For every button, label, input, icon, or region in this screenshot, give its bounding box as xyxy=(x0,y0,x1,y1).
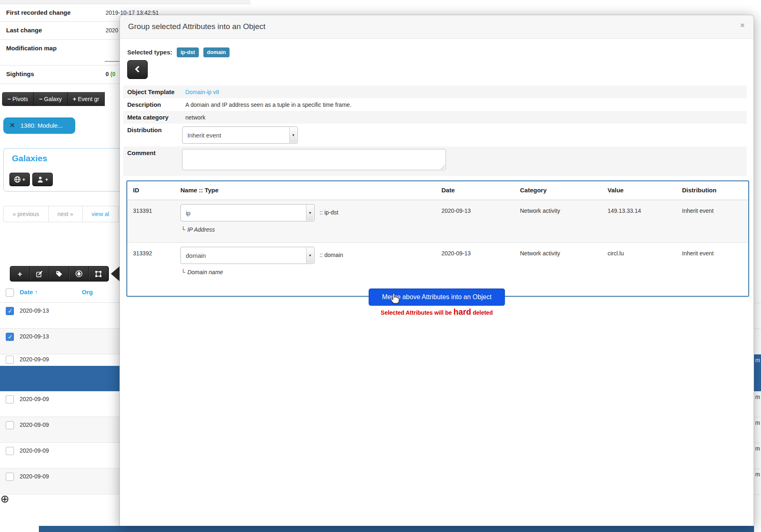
plus-icon: + xyxy=(18,270,22,278)
tab-galaxy[interactable]: −Galaxy xyxy=(34,92,68,106)
merge-row-ip: 313391 ip ▼ :: ip-dst └IP Address 2020-0… xyxy=(127,200,748,243)
info-value: network xyxy=(185,114,205,121)
add-local-galaxy-button[interactable]: + xyxy=(32,173,53,186)
truncated-cell-text: m xyxy=(755,419,760,426)
truncated-cell-text: m xyxy=(755,357,760,363)
attribute-date: 2020-09-09 xyxy=(20,447,49,454)
attribute-type-suffix: :: domain xyxy=(320,252,343,258)
attribute-date: 2020-09-09 xyxy=(20,396,49,402)
select-all-checkbox[interactable] xyxy=(6,289,14,297)
plus-icon: + xyxy=(73,96,76,102)
view-all-link[interactable]: view al xyxy=(82,206,119,222)
attribute-row[interactable]: 2020-09-13 xyxy=(0,329,119,354)
distribution-select-value: Inherit event xyxy=(187,132,221,139)
sort-up-icon: ↑ xyxy=(35,289,38,295)
row-checkbox-checked[interactable] xyxy=(6,333,14,341)
object-group-highlight xyxy=(0,366,119,391)
row-checkbox[interactable] xyxy=(6,356,14,364)
relation-select-value: ip xyxy=(186,210,191,216)
attribute-value: circl.lu xyxy=(608,250,624,257)
attributes-to-merge-table: ID Name :: Type Date Category Value Dist… xyxy=(126,180,749,297)
relation-description: └Domain name xyxy=(181,269,223,275)
globe-icon xyxy=(14,176,21,183)
date-column-header[interactable]: Date ↑ xyxy=(20,289,38,295)
type-badge-ip-dst: ip-dst xyxy=(177,47,198,57)
attribute-toolbar: + xyxy=(10,266,109,282)
distribution-select[interactable]: Inherit event ▼ xyxy=(182,126,298,144)
modal-header: Group selected Attributes into an Object… xyxy=(120,15,754,39)
attribute-row[interactable]: 2020-09-09 xyxy=(0,391,119,417)
tag-icon xyxy=(56,271,63,277)
meta-table-top-strip xyxy=(0,0,250,4)
attribute-row[interactable]: 2020-09-09 xyxy=(0,417,119,443)
add-attribute-button[interactable]: + xyxy=(10,266,30,281)
object-template-info: Object Template Domain-ip v8 Description… xyxy=(123,86,747,176)
chevron-down-icon: ▼ xyxy=(306,248,314,263)
info-label: Distribution xyxy=(127,126,162,133)
object-template-link[interactable]: Domain-ip v8 xyxy=(185,89,219,95)
info-label: Description xyxy=(127,101,161,108)
row-checkbox[interactable] xyxy=(6,421,14,429)
previous-page-button[interactable]: « previous xyxy=(3,206,49,222)
col-header-value: Value xyxy=(608,187,624,194)
sightings-value: 0 (0 xyxy=(106,71,115,77)
group-attributes-modal: Group selected Attributes into an Object… xyxy=(119,15,754,526)
tab-pivots[interactable]: −Pivots xyxy=(2,92,34,106)
galaxy-button[interactable] xyxy=(69,266,89,281)
sightings-green-count: (0 xyxy=(110,71,115,77)
meta-label: Last change xyxy=(6,27,42,34)
chevron-down-icon: ▼ xyxy=(306,205,314,221)
attribute-row-selected-object[interactable]: 2020-09-09 xyxy=(0,354,119,391)
merge-table-header: ID Name :: Type Date Category Value Dist… xyxy=(127,181,748,200)
info-label: Object Template xyxy=(127,88,175,95)
col-header-date: Date xyxy=(441,187,455,194)
row-checkbox-checked[interactable] xyxy=(6,307,14,315)
col-header-name-type: Name :: Type xyxy=(180,187,218,194)
pivot-pill-module[interactable]: ✕ 1380: Module... xyxy=(3,117,75,134)
truncated-cell-text: m xyxy=(755,445,760,452)
comment-textarea[interactable] xyxy=(182,149,446,170)
attribute-distribution: Inherit event xyxy=(682,207,714,214)
attribute-row[interactable]: 2020-09-13 xyxy=(0,303,119,329)
merge-attributes-button[interactable]: Merge above Attributes into an Object xyxy=(369,289,505,306)
row-checkbox[interactable] xyxy=(6,447,14,455)
col-header-id: ID xyxy=(133,187,139,194)
row-checkbox[interactable] xyxy=(6,395,14,404)
object-relation-select[interactable]: domain ▼ xyxy=(180,247,315,264)
minus-icon: − xyxy=(39,96,42,102)
person-icon xyxy=(37,176,44,183)
group-into-object-button[interactable] xyxy=(89,266,108,281)
hand-cursor-icon xyxy=(389,292,401,304)
attribute-category: Network activity xyxy=(520,207,560,214)
page-right-sliver: m m m m m xyxy=(754,0,761,532)
tag-button[interactable] xyxy=(50,266,69,281)
org-column-header[interactable]: Org xyxy=(82,289,93,295)
pagination: « previous next » view al xyxy=(3,206,121,222)
attribute-row[interactable]: 2020-09-09 xyxy=(0,443,119,469)
col-header-distribution: Distribution xyxy=(682,187,716,194)
modal-title: Group selected Attributes into an Object xyxy=(128,22,266,31)
attribute-date: 2020-09-09 xyxy=(20,356,49,363)
attribute-row[interactable]: 2020-09-09 xyxy=(0,469,119,494)
plus-icon: + xyxy=(45,176,48,183)
close-icon[interactable]: ✕ xyxy=(9,117,15,134)
info-row-comment: Comment xyxy=(123,147,747,176)
expand-plus-icon[interactable]: ⊕ xyxy=(0,494,9,504)
tab-event-graph[interactable]: +Event gr xyxy=(68,92,105,106)
row-checkbox[interactable] xyxy=(6,473,14,481)
type-badge-domain: domain xyxy=(203,47,230,57)
object-relation-select[interactable]: ip ▼ xyxy=(180,204,315,221)
attribute-value: 149.13.33.14 xyxy=(608,207,641,214)
chevron-left-icon xyxy=(135,66,142,73)
chevron-down-icon: ▼ xyxy=(289,127,297,143)
galaxies-title: Galaxies xyxy=(12,153,47,163)
edit-attributes-button[interactable] xyxy=(30,266,50,281)
attribute-date: 2020-09-13 xyxy=(20,307,49,314)
back-button[interactable] xyxy=(127,60,148,79)
plus-icon: + xyxy=(22,176,25,183)
pivot-pill-label: 1380: Module... xyxy=(20,122,63,129)
next-page-button[interactable]: next » xyxy=(48,206,83,222)
close-icon[interactable]: × xyxy=(740,21,745,30)
add-global-galaxy-button[interactable]: + xyxy=(9,173,30,186)
info-value: A domain and IP address seen as a tuple … xyxy=(185,101,351,108)
